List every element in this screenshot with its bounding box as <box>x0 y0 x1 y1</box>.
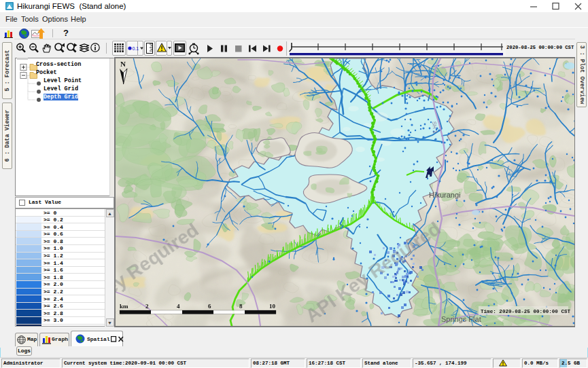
svg-text:N: N <box>120 60 126 68</box>
svg-text:4: 4 <box>177 303 180 310</box>
svg-text:2: 2 <box>145 303 149 310</box>
svg-text:Time: 2020-08-25 00:00:00 CST: Time: 2020-08-25 00:00:00 CST <box>481 309 571 314</box>
svg-text:Hikurangi: Hikurangi <box>429 191 460 199</box>
svg-text:Springs Flat: Springs Flat <box>441 315 481 323</box>
svg-text:SH 1: SH 1 <box>431 121 438 134</box>
svg-text:8: 8 <box>239 303 243 310</box>
svg-text:0.1: 0.1 <box>133 46 139 51</box>
svg-text:10: 10 <box>269 303 276 310</box>
svg-text:6: 6 <box>208 303 211 310</box>
svg-text:km: km <box>120 303 128 310</box>
